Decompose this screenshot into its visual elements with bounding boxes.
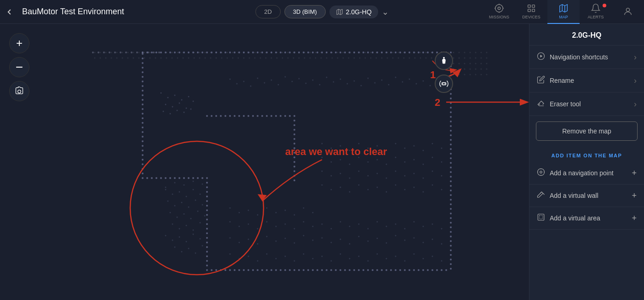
svg-point-515	[404, 260, 406, 262]
svg-point-508	[340, 254, 341, 255]
nav-alerts[interactable]: ALERTS	[580, 0, 612, 24]
svg-point-405	[404, 162, 406, 163]
svg-point-389	[386, 150, 387, 151]
svg-point-193	[238, 269, 240, 271]
svg-point-238	[142, 159, 144, 161]
svg-point-323	[312, 80, 314, 81]
svg-point-404	[395, 157, 397, 158]
add-virtual-area-row[interactable]: Add a virtual area +	[529, 207, 644, 230]
zoom-in-button[interactable]: +	[9, 33, 29, 53]
svg-point-35	[151, 52, 153, 53]
svg-point-216	[206, 196, 208, 197]
svg-rect-12	[532, 9, 535, 12]
view-selector: 2D 3D (BIM) 2.0G-HQ ⌄	[255, 5, 389, 18]
svg-point-410	[322, 171, 323, 172]
svg-point-178	[307, 269, 309, 271]
svg-point-113	[450, 111, 452, 113]
svg-point-75	[335, 52, 337, 53]
svg-point-111	[450, 102, 452, 104]
sidebar-item-rename[interactable]: Rename	[529, 69, 644, 92]
svg-point-315	[257, 78, 259, 79]
svg-point-391	[404, 148, 406, 149]
svg-point-442	[266, 208, 268, 209]
svg-point-65	[289, 52, 291, 53]
svg-point-343	[165, 189, 167, 190]
nav-profile[interactable]	[612, 0, 644, 24]
svg-point-305	[193, 101, 194, 102]
svg-point-144	[450, 254, 452, 256]
svg-point-495	[441, 243, 443, 245]
svg-point-50	[220, 52, 222, 53]
svg-point-376	[202, 245, 203, 247]
nav-map[interactable]: MAP	[547, 0, 580, 24]
svg-point-507	[331, 260, 332, 262]
svg-point-47	[206, 52, 208, 53]
svg-point-375	[195, 253, 196, 254]
svg-point-276	[270, 115, 272, 117]
svg-point-223	[192, 177, 194, 179]
view-2d-button[interactable]: 2D	[255, 5, 281, 18]
svg-point-129	[450, 185, 452, 187]
map-area[interactable]: + − Generate dot grid	[0, 24, 529, 300]
svg-point-195	[229, 269, 231, 271]
nav-missions[interactable]: MISSIONS	[483, 0, 515, 24]
svg-point-499	[257, 260, 259, 262]
svg-point-350	[174, 205, 176, 207]
svg-point-493	[423, 242, 424, 243]
add-virtual-wall-row[interactable]: Add a virtual wall +	[529, 185, 644, 207]
svg-point-44	[192, 52, 194, 53]
svg-point-88	[395, 52, 397, 53]
back-button[interactable]	[0, 0, 18, 24]
svg-point-453	[276, 226, 277, 227]
svg-point-286	[293, 138, 295, 140]
svg-point-489	[386, 242, 387, 244]
view-3d-button[interactable]: 3D (BIM)	[284, 5, 326, 18]
svg-point-339	[423, 81, 424, 82]
svg-point-157	[404, 269, 406, 271]
svg-point-244	[142, 131, 144, 133]
svg-point-381	[202, 184, 203, 185]
svg-point-418	[395, 171, 397, 172]
remove-map-button[interactable]: Remove the map	[536, 121, 638, 141]
robot-utility-icon[interactable]	[435, 75, 453, 93]
svg-point-234	[142, 177, 144, 179]
svg-point-426	[340, 187, 341, 188]
svg-point-390	[395, 143, 397, 144]
svg-marker-0	[337, 9, 342, 15]
camera-button[interactable]	[9, 81, 29, 101]
svg-point-445	[294, 214, 295, 216]
svg-point-267	[229, 115, 231, 117]
svg-point-214	[206, 205, 208, 207]
robot-nav-icon[interactable]	[435, 52, 453, 70]
svg-point-361	[172, 224, 173, 225]
svg-point-353	[195, 200, 196, 201]
svg-point-91	[408, 52, 410, 53]
svg-point-475	[257, 243, 259, 245]
add-nav-point-label: Add a navigation point	[550, 169, 614, 177]
zoom-out-button[interactable]: −	[9, 57, 29, 77]
svg-point-192	[243, 269, 245, 271]
svg-point-134	[450, 208, 452, 210]
svg-point-69	[307, 52, 309, 53]
svg-point-337	[409, 79, 410, 80]
svg-point-256	[142, 76, 144, 78]
svg-point-263	[211, 115, 213, 117]
svg-point-523	[443, 57, 445, 59]
add-nav-point-row[interactable]: Add a navigation point +	[529, 162, 644, 185]
nav-devices[interactable]: DEVICES	[515, 0, 547, 24]
expand-icon[interactable]: ⌄	[382, 7, 389, 17]
map-selector[interactable]: 2.0G-HQ	[329, 6, 378, 18]
svg-point-524	[443, 82, 445, 85]
svg-point-331	[368, 78, 369, 79]
sidebar-item-navigation-shortcuts[interactable]: Navigation shortcuts	[529, 46, 644, 69]
svg-point-257	[142, 71, 144, 73]
sidebar-item-eraser-tool[interactable]: Eraser tool	[529, 92, 644, 116]
svg-point-333	[381, 80, 383, 81]
svg-point-349	[167, 201, 169, 202]
svg-point-74	[330, 52, 332, 53]
svg-point-372	[174, 247, 176, 248]
svg-point-351	[181, 202, 183, 203]
svg-point-335	[395, 77, 397, 78]
svg-point-510	[358, 256, 360, 257]
svg-point-449	[239, 226, 240, 227]
